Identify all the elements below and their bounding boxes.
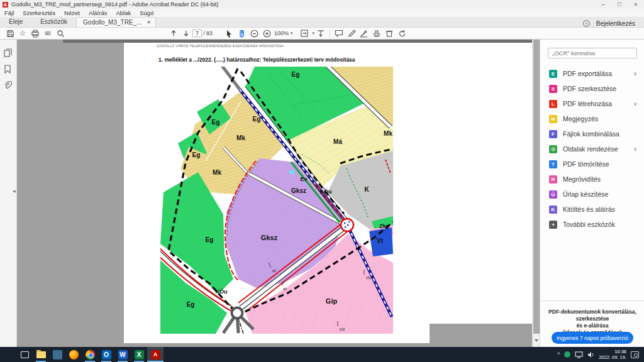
tool-item-more-tools[interactable]: +További eszközök (540, 217, 644, 232)
next-page-icon[interactable] (180, 28, 192, 39)
tab-tools[interactable]: Eszközök (31, 17, 76, 27)
refresh-icon[interactable] (396, 28, 408, 39)
page-number-input[interactable] (192, 30, 202, 37)
tool-item-redact[interactable]: RMegrövidítés (540, 172, 644, 187)
page-count-label: / 83 (203, 30, 213, 36)
acrobat-app-icon: A (3, 2, 8, 8)
taskbar-word-icon[interactable]: W (114, 347, 131, 362)
menu-item-szerkesztés[interactable]: Szerkesztés (18, 9, 60, 16)
tray-date: 2022. 09. 19. (599, 354, 626, 360)
notification-center-icon[interactable] (631, 351, 639, 358)
tool-item-compress-pdf[interactable]: TPDF tömörítése (540, 156, 644, 172)
tool-item-export-pdf[interactable]: EPDF exportálása∨ (540, 66, 644, 81)
scrollbar-thumb[interactable] (533, 40, 540, 334)
minimize-button[interactable]: – (595, 1, 611, 8)
hand-tool-icon[interactable] (235, 28, 248, 39)
tool-label: Megrövidítés (563, 175, 601, 183)
redact-icon: R (549, 175, 557, 184)
save-icon[interactable] (4, 28, 16, 39)
help-icon[interactable]: ? (583, 20, 590, 27)
map-zone-label: Má (333, 138, 342, 145)
map-annotation: 100 (339, 327, 345, 331)
taskbar-calculator-icon[interactable] (49, 347, 65, 362)
scrollbar-down-icon[interactable] (535, 339, 538, 342)
map-zone-label: Mk (236, 134, 245, 141)
tray-time: 10:36 (599, 349, 626, 354)
taskbar-chrome-icon[interactable] (82, 347, 98, 362)
map-zone-label: Mk (384, 130, 392, 137)
tab-document[interactable]: Godollo_M3_TRE_... × (76, 17, 156, 27)
close-button[interactable]: × (628, 1, 644, 8)
zoom-level-label[interactable]: 100% (274, 30, 289, 36)
taskbar-acrobat-icon[interactable]: A (147, 347, 164, 362)
menu-item-fájl[interactable]: Fájl (0, 9, 18, 16)
chevron-down-icon[interactable]: ∨ (633, 101, 637, 107)
tray-expand-icon[interactable]: ^ (557, 351, 560, 358)
zoom-out-icon[interactable] (248, 28, 260, 39)
free-trial-button[interactable]: Ingyenes 7 napos próbaverzió (552, 332, 633, 344)
tool-search-input[interactable] (548, 48, 637, 58)
tab-document-label: Godollo_M3_TRE_... (83, 19, 142, 26)
tool-item-comment[interactable]: MMegjegyzés (540, 111, 644, 126)
taskbar-start-icon[interactable] (0, 347, 16, 362)
bookmarks-icon[interactable] (4, 65, 11, 74)
fit-width-icon[interactable] (299, 28, 312, 39)
collapse-panel-icon[interactable]: ◀ (13, 189, 16, 193)
taskbar-firefox-icon[interactable] (65, 347, 82, 362)
tool-item-create-pdf[interactable]: LPDF létrehozása∨ (540, 96, 644, 111)
tool-item-combine-files[interactable]: FFájlok kombinálása (540, 126, 644, 141)
excel-logo: X (135, 350, 144, 359)
tool-label: Megjegyzés (563, 115, 598, 123)
tool-label: További eszközök (563, 221, 615, 228)
chevron-down-icon[interactable]: ∨ (633, 146, 637, 152)
system-tray: ^ 10:36 2022. 09. 19. (557, 349, 644, 360)
comment-icon[interactable] (333, 28, 345, 39)
taskbar-outlook-icon[interactable]: O (98, 347, 114, 362)
page-thumbnails-icon[interactable] (4, 48, 13, 58)
zoom-in-icon[interactable] (260, 28, 273, 39)
mail-icon[interactable]: ✉ (42, 28, 54, 39)
menu-item-ablak[interactable]: Ablak (111, 9, 135, 16)
fill-sign-icon: K (549, 206, 557, 214)
sign-pen-icon[interactable] (358, 28, 370, 39)
taskbar-task-view-icon[interactable] (16, 347, 33, 362)
tool-label: PDF létrehozása (563, 100, 612, 107)
taskbar-excel-icon[interactable]: X (131, 347, 147, 362)
search-icon[interactable] (54, 28, 67, 39)
page-background-gap (430, 324, 532, 347)
tab-close-icon[interactable]: × (147, 19, 150, 26)
tool-item-edit-pdf[interactable]: SPDF szerkesztése (540, 81, 644, 96)
tab-bar: Eleje Eszközök Godollo_M3_TRE_... × ? Be… (0, 17, 644, 28)
menu-item-nézet[interactable]: Nézet (60, 9, 84, 16)
tray-app-icon[interactable] (564, 351, 570, 358)
scroll-mode-icon[interactable] (314, 28, 327, 39)
attachments-icon[interactable] (4, 81, 12, 90)
chevron-down-icon[interactable]: ∨ (633, 71, 637, 77)
star-icon[interactable]: ☆ (16, 28, 29, 39)
vertical-scrollbar[interactable] (532, 40, 540, 347)
volume-icon[interactable] (587, 351, 594, 358)
print-icon[interactable] (29, 28, 42, 39)
delete-icon[interactable] (383, 28, 396, 39)
stamp-icon[interactable] (370, 28, 383, 39)
tool-item-prepare-form[interactable]: ŰŰrlap készítése (540, 187, 644, 202)
tab-home[interactable]: Eleje (0, 17, 31, 27)
map-zone-label: K (364, 186, 369, 193)
tool-item-fill-sign[interactable]: KKitöltés és aláírás (540, 202, 644, 217)
sign-in-button[interactable]: Bejelentkezés (596, 20, 635, 27)
previous-page-icon[interactable] (167, 28, 180, 39)
menu-item-súgó[interactable]: Súgó (135, 9, 158, 16)
network-icon[interactable] (575, 351, 583, 358)
map-zone-label: Eg (192, 151, 201, 158)
pencil-icon[interactable] (345, 28, 358, 39)
zoom-caret-icon[interactable]: ▾ (291, 31, 293, 36)
taskbar-file-explorer-icon[interactable] (33, 347, 49, 362)
menu-item-aláírás[interactable]: Aláírás (84, 9, 112, 16)
maximize-button[interactable]: □ (611, 1, 628, 8)
select-tool-icon[interactable] (223, 28, 235, 39)
combine-files-icon: F (549, 130, 557, 138)
map-zone-label: Eg (206, 236, 214, 243)
tool-item-organize-pages[interactable]: OOldalak rendezése∨ (540, 141, 644, 156)
outlook-logo: O (102, 350, 111, 359)
clock[interactable]: 10:36 2022. 09. 19. (599, 349, 626, 360)
